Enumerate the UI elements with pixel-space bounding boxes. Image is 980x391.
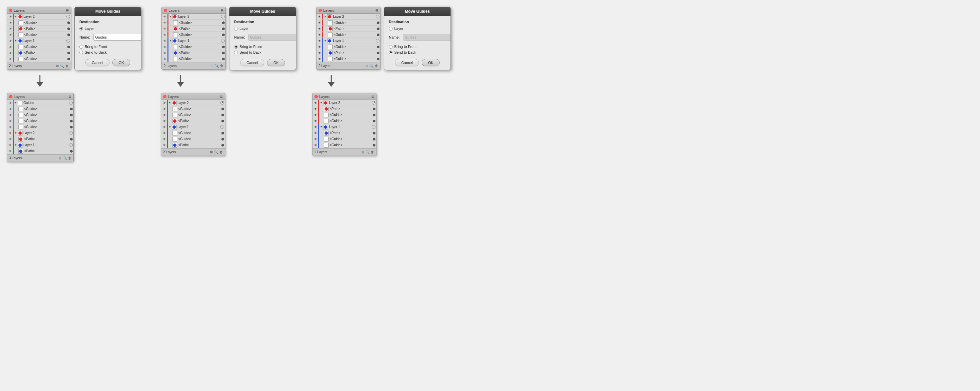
layer-row[interactable]: 👁 ▼ Layer 1 [312,124,376,130]
layer-row[interactable]: 👁 ▼ Layer 2 [162,14,225,20]
footer-icon-2[interactable]: ⊞ [59,156,61,160]
radio-layer-1[interactable]: Layer [80,27,136,30]
expand-arrow[interactable]: ▼ [14,38,18,43]
layer-row[interactable]: 👁 <Path> [161,142,225,148]
eye-icon[interactable]: 👁 [8,14,13,19]
layer-row[interactable]: 👁 <Guide> [7,118,73,124]
menu-icon-6[interactable]: ≡ [371,94,374,99]
footer-search-4[interactable]: 🔍 [214,150,218,154]
eye-icon[interactable]: 👁 [162,57,167,61]
footer-icon-6[interactable]: ⊞ [361,150,364,154]
layer-row[interactable]: 👁 <Guide> [7,32,71,38]
name-input-1[interactable] [94,34,142,41]
layer-row[interactable]: 👁 <Path> [7,148,73,154]
eye-icon[interactable]: 👁 [313,107,318,111]
layer-row[interactable]: 👁 ▼ Layer 1 [317,38,380,44]
close-button-6[interactable] [315,95,318,98]
eye-icon[interactable]: 👁 [8,32,13,37]
expand-arrow[interactable]: ▼ [14,143,18,148]
eye-icon[interactable]: 👁 [313,125,318,129]
layer-row[interactable]: 👁 <Guide> [317,44,380,50]
layer-row[interactable]: 👁 <Guide> [161,112,225,118]
menu-icon-2[interactable]: ≡ [68,94,72,99]
eye-icon[interactable]: 👁 [162,107,167,111]
layer-row[interactable]: 👁 <Guide> [312,142,376,148]
layer-row[interactable]: 👁 ▼ Layer 2 ▶ [312,100,376,106]
cancel-button-2[interactable]: Cancel [240,59,264,66]
eye-icon[interactable]: 👁 [8,125,13,129]
eye-icon[interactable]: 👁 [317,32,322,37]
close-button-2[interactable] [9,95,13,98]
layer-row[interactable]: 👁 ▼ Layer 2 [317,14,380,20]
eye-icon[interactable]: 👁 [8,21,13,25]
eye-icon[interactable]: 👁 [162,119,167,123]
eye-icon[interactable]: 👁 [8,38,13,43]
expand-arrow[interactable]: ▼ [168,101,172,105]
expand-arrow[interactable]: ▼ [14,14,18,19]
radio-layer-input-3[interactable] [389,27,393,30]
eye-icon[interactable]: 👁 [317,45,322,49]
layer-row[interactable]: 👁 <Path> [162,50,225,56]
eye-icon[interactable]: 👁 [162,45,167,49]
expand-arrow[interactable]: ▼ [14,101,18,105]
expand-arrow[interactable]: ▼ [169,38,172,43]
name-input-2[interactable] [248,34,296,41]
eye-icon[interactable]: 👁 [313,143,318,148]
layer-row[interactable]: 👁 <Guide> [317,56,380,62]
expand-arrow[interactable]: ▼ [320,101,323,105]
eye-icon[interactable]: 👁 [162,32,167,37]
eye-icon[interactable]: 👁 [8,113,13,117]
radio-layer-input-1[interactable] [80,27,83,30]
eye-icon[interactable]: 👁 [313,113,318,117]
eye-icon[interactable]: 👁 [162,125,167,129]
bring-front-radio-1[interactable] [80,45,83,49]
layer-row[interactable]: 👁 <Path> [312,106,376,112]
layer-row[interactable]: 👁 <Guide> [7,112,73,118]
bring-to-front-1[interactable]: Bring to Front [80,45,136,49]
footer-search-3[interactable]: 🔍 [215,64,219,68]
layer-row[interactable]: 👁 ▼ Layer 2 [7,130,73,136]
eye-icon[interactable]: 👁 [8,107,13,111]
bring-to-front-2[interactable]: Bring to Front [234,45,291,49]
eye-icon[interactable]: 👁 [8,143,13,148]
footer-trash-3[interactable]: 🗑 [220,64,223,68]
eye-icon[interactable]: 👁 [317,21,322,25]
ok-button-1[interactable]: OK [112,59,130,66]
layer-row[interactable]: 👁 ▼ Layer 2 [7,14,71,20]
eye-icon[interactable]: 👁 [8,27,13,31]
layer-row[interactable]: 👁 <Guide> [312,136,376,142]
send-to-back-1[interactable]: Send to Back [80,50,136,54]
footer-search-6[interactable]: 🔍 [365,150,369,154]
radio-layer-3[interactable]: Layer [389,27,446,30]
eye-icon[interactable]: 👁 [162,21,167,25]
layer-row[interactable]: 👁 ▼ Guides [7,100,73,106]
expand-arrow[interactable]: ▼ [168,125,172,129]
eye-icon[interactable]: 👁 [162,38,167,43]
layer-row[interactable]: 👁 <Guide> [312,118,376,124]
send-back-radio-2[interactable] [234,51,238,54]
close-button-4[interactable] [163,95,167,98]
eye-icon[interactable]: 👁 [162,101,167,105]
footer-trash-6[interactable]: 🗑 [371,150,374,154]
eye-icon[interactable]: 👁 [313,137,318,142]
eye-icon[interactable]: 👁 [317,14,322,19]
layer-row[interactable]: 👁 ▼ Layer 1 [7,38,71,44]
footer-icon-3[interactable]: ⊞ [211,64,213,68]
eye-icon[interactable]: 👁 [8,45,13,49]
layer-row[interactable]: 👁 <Path> [312,130,376,136]
send-back-radio-1[interactable] [80,51,83,54]
footer-search-icon[interactable]: 🔍 [60,64,64,68]
layer-row[interactable]: 👁 <Guide> [7,20,71,26]
layer-row[interactable]: 👁 ▼ Layer 1 [7,142,73,148]
eye-icon[interactable]: 👁 [8,57,13,61]
layer-row[interactable]: 👁 <Path> [162,26,225,32]
layer-row[interactable]: 👁 <Path> [317,26,380,32]
footer-trash-5[interactable]: 🗑 [375,64,378,68]
send-to-back-3[interactable]: Send to Back [389,50,446,54]
close-button-5[interactable] [318,9,322,12]
cancel-button-1[interactable]: Cancel [85,59,110,66]
layer-row[interactable]: 👁 <Guide> [317,20,380,26]
layer-row[interactable]: 👁 <Path> [7,50,71,56]
cancel-button-3[interactable]: Cancel [395,59,419,66]
layer-row[interactable]: 👁 <Path> [161,118,225,124]
